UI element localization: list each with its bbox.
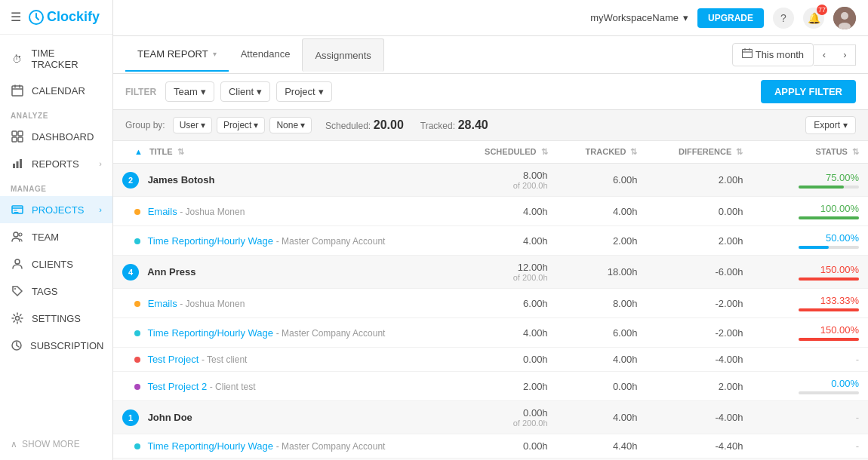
project-name[interactable]: Time Reporting/Hourly Wage [147,235,273,247]
client-filter[interactable]: Client ▾ [220,81,270,102]
prev-date-button[interactable]: ‹ [814,44,835,66]
help-button[interactable]: ? [773,8,794,29]
project-name[interactable]: Test Project 2 [147,381,207,392]
filter-bar: FILTER Team ▾ Client ▾ Project ▾ APPLY F… [113,74,868,110]
apply-filter-button[interactable]: APPLY FILTER [761,80,856,103]
sidebar-header: ☰ Clockify [0,0,112,35]
svg-rect-19 [742,50,752,58]
sidebar-item-clients[interactable]: CLIENTS [0,250,112,278]
difference-col-label: DIFFERENCE [679,147,731,156]
tracked-column-header[interactable]: TRACKED ⇅ [557,141,647,164]
status-pct: 133.33% [820,295,859,306]
sidebar-item-subscription[interactable]: SUBSCRIPTION [0,332,112,359]
table-row-project: Emails - Joshua Monen 4.00h 4.00h 0.00h … [113,197,868,226]
export-button[interactable]: Export ▾ [805,116,856,134]
tab-team-report[interactable]: TEAM REPORT ▾ [125,38,229,72]
tab-assignments[interactable]: Assignments [302,38,383,72]
status-col-label: STATUS [816,147,848,156]
chevron-right-icon: › [99,205,102,214]
sidebar-item-team[interactable]: TEAM [0,223,112,250]
tracked-col-label: TRACKED [586,147,626,156]
scheduled-cell: 0.00h of 200.0h [453,401,557,434]
chevron-down-icon: ▾ [201,86,206,97]
upgrade-button[interactable]: UPGRADE [697,8,764,28]
project-client: - Master Company Account [276,441,386,452]
difference-column-header[interactable]: DIFFERENCE ⇅ [646,141,752,164]
sidebar-item-settings[interactable]: SETTINGS [0,305,112,332]
svg-rect-3 [18,131,23,136]
sidebar-item-reports[interactable]: REPORTS › [0,150,112,177]
project-name[interactable]: Emails [148,298,177,309]
sort-icon: ⇅ [736,147,743,157]
scheduled-label: Scheduled: [325,121,371,131]
export-label: Export [814,120,840,130]
question-icon: ? [780,12,786,24]
reports-icon [11,157,24,170]
table-row-project: Time Reporting/Hourly Wage - Master Comp… [113,434,868,458]
status-column-header[interactable]: STATUS ⇅ [752,141,868,164]
scheduled-column-header[interactable]: SCHEDULED ⇅ [453,141,557,164]
subscription-icon [11,339,23,352]
user-name-cell: 4 Ann Press [113,256,453,289]
sidebar-nav: ⏱ TIME TRACKER CALENDAR ANALYZE [0,35,112,428]
sidebar: ☰ Clockify ⏱ TIME TRACKER CALENDAR AN [0,0,113,460]
groupby-none-select[interactable]: None ▾ [269,117,312,133]
project-name[interactable]: Time Reporting/Hourly Wage [147,440,273,452]
tab-attendance[interactable]: Attendance [229,38,303,72]
scheduled-cell: 6.00h [453,289,557,318]
table-area: Group by: User ▾ Project ▾ None ▾ Schedu… [113,110,868,460]
groupby-project-label: Project [223,120,251,130]
logo[interactable]: Clockify [29,9,100,25]
sidebar-item-tags[interactable]: TAGS [0,278,112,305]
project-filter[interactable]: Project ▾ [276,81,331,102]
client-filter-label: Client [229,86,254,97]
notifications-button[interactable]: 🔔 77 [803,8,824,29]
tracked-cell: 8.00h [557,289,647,318]
svg-rect-1 [12,86,23,96]
workspace-name: myWorkspaceName [590,12,679,23]
workspace-selector[interactable]: myWorkspaceName ▾ [590,12,688,23]
sidebar-item-calendar[interactable]: CALENDAR [0,77,112,104]
status-cell: 50.00% [752,226,868,256]
sidebar-item-projects[interactable]: PROJECTS › [0,196,112,223]
team-filter[interactable]: Team ▾ [165,81,214,102]
project-dot [134,330,140,336]
table-row-project: Test Project 2 - Client test 2.00h 0.00h… [113,372,868,401]
status-cell: - [752,434,868,458]
date-range-label: This month [756,49,804,60]
sort-icon: ⇅ [177,147,184,157]
sidebar-item-label: SUBSCRIPTION [30,340,104,351]
project-filter-label: Project [285,86,315,97]
status-cell: 100.00% [752,197,868,226]
chevron-right-icon: › [99,159,102,168]
project-name[interactable]: Emails [148,206,177,217]
sidebar-item-time-tracker[interactable]: ⏱ TIME TRACKER [0,41,112,77]
project-client: - Test client [202,354,247,365]
project-name[interactable]: Time Reporting/Hourly Wage [147,327,273,339]
user-name: James Botosh [148,174,215,186]
show-more-button[interactable]: ∧ SHOW MORE [11,434,102,454]
project-name[interactable]: Test Project [147,354,199,365]
settings-icon [11,311,24,325]
table-row-user: 4 Ann Press 12.00h of 200.0h 18.00h -6.0… [113,256,868,289]
chevron-down-icon: ▾ [213,50,217,58]
user-number: 1 [122,409,139,426]
sidebar-item-dashboard[interactable]: DASHBOARD [0,123,112,150]
chevron-up-icon: ∧ [11,439,17,449]
next-date-button[interactable]: › [835,44,856,66]
progress-bar [799,391,859,394]
date-picker[interactable]: This month [732,43,814,66]
project-name-cell: Test Project 2 - Client test [113,372,453,401]
groupby-user-select[interactable]: User ▾ [173,117,212,133]
title-column-header[interactable]: ▲ TITLE ⇅ [113,141,453,164]
svg-rect-2 [12,131,17,136]
clients-icon [11,257,24,271]
svg-point-17 [841,12,848,20]
difference-cell: 2.00h [646,164,752,197]
avatar[interactable] [833,7,856,29]
menu-icon[interactable]: ☰ [11,10,21,24]
sidebar-item-label: PROJECTS [32,204,84,216]
tracked-label: Tracked: [420,121,455,131]
groupby-project-select[interactable]: Project ▾ [217,117,265,133]
project-dot [134,209,140,215]
